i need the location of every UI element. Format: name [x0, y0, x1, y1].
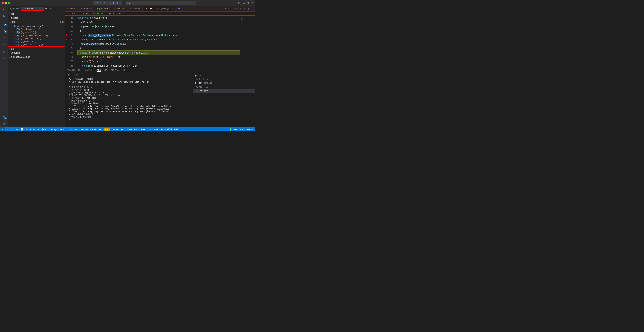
- terminal-list-item[interactable]: 🔧node任务✓: [193, 85, 255, 89]
- section-watch[interactable]: ⌄ 监视 ＋ ⊟ ⊠: [8, 20, 65, 24]
- editor[interactable]: 11›1415›303132333435▷363738 pub async fn…: [65, 15, 255, 67]
- terminal-output[interactable]: Taro 即将创建一个新项目！ Need help? Go and open i…: [65, 77, 193, 128]
- status-disasm[interactable]: Disasm: auto: [126, 128, 138, 131]
- status-branch[interactable]: ⎇ 4.x*: [8, 128, 14, 131]
- watch-item[interactable]: ›[1] = ("/_env.test", {...}): [8, 31, 65, 34]
- nav-fwd-icon[interactable]: →: [81, 2, 83, 4]
- status-errors[interactable]: ⊘ 34 ⚠ 2: [30, 128, 39, 131]
- status-pont[interactable]: Pont: [104, 128, 110, 131]
- editor-tab[interactable]: TSproject.ts: [77, 6, 94, 11]
- code-line[interactable]: }: [78, 46, 240, 50]
- scm-icon[interactable]: ⎇45: [2, 21, 6, 25]
- status-gitgraph[interactable]: Git Graph: [79, 128, 88, 131]
- breadcrumb[interactable]: crates› native_binding› src› ⬢lib.rs› ⬡c…: [65, 11, 255, 15]
- code-line[interactable]: ) -> Result<()> {: [78, 20, 240, 24]
- compare-icon[interactable]: ⇄: [232, 7, 234, 10]
- debug-restart-icon[interactable]: ↻: [113, 2, 114, 4]
- debug-step-over-icon[interactable]: ↷: [104, 2, 106, 4]
- terminal-list-item[interactable]: 🐞debug-init: [193, 89, 255, 93]
- circle2-icon[interactable]: ○: [240, 7, 241, 10]
- code-line[interactable]: thread_safe_functions.insert(key, callba…: [78, 42, 240, 46]
- minimize-window[interactable]: [5, 2, 7, 4]
- add-watch-icon[interactable]: ＋: [57, 21, 58, 23]
- tab-terminal[interactable]: 终端: [97, 68, 101, 72]
- layout-customize-icon[interactable]: ⊞: [252, 2, 253, 4]
- split-icon[interactable]: ◫: [247, 7, 249, 10]
- status-deref[interactable]: Deref: on: [140, 128, 148, 131]
- circle-icon[interactable]: ○: [236, 7, 238, 10]
- section-breakpoints[interactable]: › 断点: [8, 47, 65, 51]
- testing-icon[interactable]: ⚗: [2, 42, 6, 47]
- layout-secondary-icon[interactable]: ◨: [247, 2, 249, 4]
- extensions-icon[interactable]: ⊞: [2, 50, 6, 54]
- tab-gitlens[interactable]: GITLENS: [111, 69, 118, 71]
- panel-more-icon[interactable]: ⋯: [248, 69, 250, 71]
- remove-all-icon[interactable]: ⊠: [62, 21, 64, 23]
- debug-drag-icon[interactable]: ⋮⋮: [94, 2, 98, 4]
- command-center[interactable]: taro: [126, 1, 196, 5]
- section-callstack[interactable]: › 调用堆栈: [8, 16, 65, 20]
- status-graph-icon[interactable]: 📊: [20, 128, 23, 131]
- gear-icon[interactable]: ⚙: [45, 7, 47, 10]
- layout-panel-icon[interactable]: ▭: [243, 2, 245, 4]
- minimap[interactable]: ████████████████████████████████████████…: [240, 15, 255, 67]
- watch-item[interactable]: ›[4] = ("/_eslintrc", {...}): [8, 40, 65, 43]
- panel-close-icon[interactable]: ×: [252, 69, 253, 71]
- code-line[interactable]: return Err(napi::Error::from_reason(form…: [78, 63, 240, 67]
- editor-tab[interactable]: TScreator.ts: [126, 6, 144, 11]
- terminal-header[interactable]: 🔗 ⌄ 终端: [65, 73, 193, 77]
- watch-item[interactable]: ›[5] = ("/_env.production", {...}): [8, 43, 65, 46]
- status-debug[interactable]: ▷ debug-init (taro): [48, 128, 64, 131]
- debug-more-icon[interactable]: ⌄: [119, 2, 121, 4]
- go-back-icon[interactable]: ⟲: [228, 7, 230, 10]
- debug-continue-icon[interactable]: ▷: [100, 2, 102, 4]
- search-icon[interactable]: 🔍: [2, 14, 6, 18]
- more-icon[interactable]: ⋯: [2, 71, 6, 75]
- code-line[interactable]: println!("{:?}", e);: [78, 59, 240, 63]
- tab-debug-console[interactable]: 调试控制台: [85, 69, 94, 71]
- terminal-list-item[interactable]: ▶_zshtemplates: [193, 81, 255, 85]
- editor-tab[interactable]: <>html: [65, 6, 77, 11]
- nav-back-icon[interactable]: ←: [77, 2, 79, 4]
- editor-tab[interactable]: TSwxml.ts: [111, 6, 126, 11]
- hexagon-icon[interactable]: ⬡: [243, 7, 245, 10]
- debug-icon[interactable]: ▷1: [2, 28, 6, 32]
- editor-tab[interactable]: ⬢project.rs: [94, 6, 111, 11]
- code-line[interactable]: let mut thread_safe_functions: HashMap<S…: [78, 33, 240, 37]
- editor-tab[interactable]: TS: [176, 6, 184, 11]
- start-debug-icon[interactable]: ▷: [22, 7, 24, 10]
- section-variables[interactable]: › 变量: [8, 12, 65, 16]
- more-icon[interactable]: ⋯: [251, 7, 253, 10]
- watch-item[interactable]: ›[0] = ("/_editorconfig", {...}): [8, 28, 65, 31]
- remote-indicator[interactable]: ⚡: [0, 128, 5, 132]
- maximize-window[interactable]: [8, 2, 10, 4]
- terminal-list-item[interactable]: ▶_zsh: [193, 74, 255, 77]
- status-format[interactable]: Format: auto: [112, 128, 124, 131]
- tab-comments[interactable]: 注释: [122, 69, 125, 71]
- status-sync[interactable]: ⟳: [16, 128, 18, 131]
- tab-problems[interactable]: 问题36: [67, 69, 75, 71]
- section-modules[interactable]: › MODULES: [8, 51, 65, 55]
- code-line[interactable]: pub async fn create_project( …: [78, 15, 240, 20]
- status-attach[interactable]: 自动附加: 智能: [165, 128, 178, 131]
- status-console[interactable]: Console: cmd: [150, 128, 163, 131]
- section-excluded[interactable]: › EXCLUDED CALLERS: [8, 55, 65, 59]
- remote-icon[interactable]: 🖥: [2, 35, 6, 39]
- code-line[interactable]: );: [78, 29, 240, 33]
- explorer-icon[interactable]: 🗎: [2, 7, 6, 11]
- code-line[interactable]: for (key: String, callback: ThreadsafeFu…: [78, 37, 240, 42]
- close-window[interactable]: [2, 2, 4, 4]
- code-line[interactable]: let project: Project = Project::new( …: [78, 24, 240, 29]
- watch-item[interactable]: ›[3] = ("/types/vue.d.ts", {...}): [8, 37, 65, 40]
- accounts-icon[interactable]: 👤2: [2, 115, 6, 119]
- debug-stop-icon[interactable]: □: [116, 2, 118, 4]
- status-size[interactable]: ⟳ 2.34 KiB: [67, 128, 77, 131]
- tab-output[interactable]: 输出: [78, 69, 82, 71]
- code-line[interactable]: if let Err(e: Error) = ▷project.create(t…: [78, 50, 240, 55]
- debug-config-selector[interactable]: ▷ debug-init ⌄: [21, 7, 44, 10]
- code-line[interactable]: println!("创建项目错误，原因如下：");: [78, 55, 240, 59]
- bookmarks-icon[interactable]: 🏛: [2, 57, 6, 61]
- debug-step-out-icon[interactable]: ↑: [110, 2, 111, 4]
- status-leetcode[interactable]: LeetCode: lxchuan12: [234, 128, 253, 131]
- debug-step-into-icon[interactable]: ↓: [107, 2, 108, 4]
